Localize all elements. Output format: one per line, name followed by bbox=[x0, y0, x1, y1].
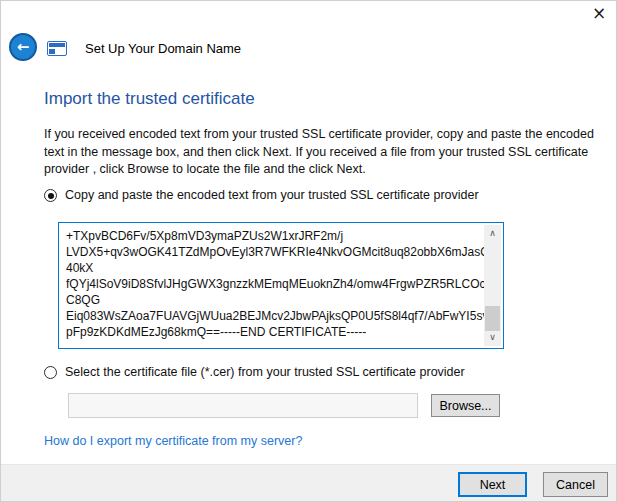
textarea-scrollbar[interactable]: ∧ ∨ bbox=[484, 225, 501, 346]
wizard-icon-column bbox=[49, 49, 55, 54]
radio-file-icon[interactable] bbox=[44, 366, 57, 379]
scrollbar-thumb[interactable] bbox=[485, 306, 500, 331]
back-arrow-icon: ← bbox=[17, 40, 30, 55]
radio-file-label: Select the certificate file (*.cer) from… bbox=[65, 365, 465, 380]
scroll-down-icon[interactable]: ∨ bbox=[484, 330, 501, 345]
radio-option-paste[interactable]: Copy and paste the encoded text from you… bbox=[44, 188, 479, 203]
certificate-textarea[interactable]: +TXpvBCD6Fv/5Xp8mVD3ymaPZUs2W1xrJRF2m/j … bbox=[58, 222, 504, 349]
help-link[interactable]: How do I export my certificate from my s… bbox=[44, 434, 302, 448]
window-title: Set Up Your Domain Name bbox=[85, 41, 241, 56]
browse-button[interactable]: Browse... bbox=[431, 394, 500, 417]
footer-bar: Next Cancel bbox=[1, 464, 617, 502]
radio-paste-label: Copy and paste the encoded text from you… bbox=[65, 188, 479, 203]
radio-option-file[interactable]: Select the certificate file (*.cer) from… bbox=[44, 365, 465, 380]
close-icon[interactable]: × bbox=[588, 2, 610, 24]
cancel-button[interactable]: Cancel bbox=[543, 472, 608, 497]
wizard-window: × ← Set Up Your Domain Name Import the t… bbox=[0, 0, 617, 502]
next-button[interactable]: Next bbox=[458, 472, 527, 497]
wizard-icon-bar bbox=[49, 43, 65, 47]
back-button[interactable]: ← bbox=[9, 33, 37, 61]
page-description: If you received encoded text from your t… bbox=[44, 126, 594, 179]
radio-selected-dot bbox=[48, 193, 54, 199]
certificate-file-input[interactable] bbox=[68, 393, 418, 418]
certificate-text: +TXpvBCD6Fv/5Xp8mVD3ymaPZUs2W1xrJRF2m/j … bbox=[66, 228, 479, 340]
wizard-icon bbox=[47, 41, 67, 56]
scroll-up-icon[interactable]: ∧ bbox=[484, 226, 501, 241]
page-heading: Import the trusted certificate bbox=[44, 89, 255, 109]
radio-paste-icon[interactable] bbox=[44, 189, 57, 202]
